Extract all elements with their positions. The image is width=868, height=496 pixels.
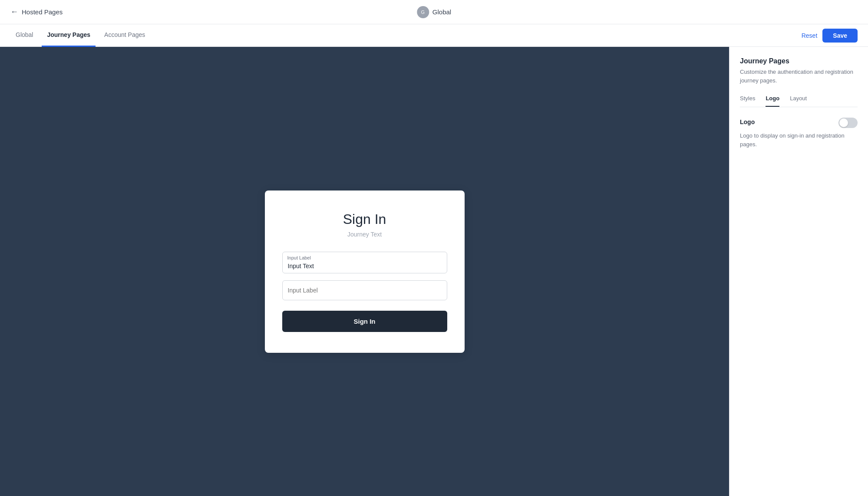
input1-label: Input Label [287,255,311,260]
logo-section-title: Logo [740,118,755,125]
input-group-1: Input Label [282,252,447,273]
tab-journey-pages[interactable]: Journey Pages [42,24,96,47]
top-bar-center: G Global [417,6,451,18]
back-button[interactable]: ← Hosted Pages [10,7,63,16]
panel-tab-logo[interactable]: Logo [766,95,779,107]
reset-button[interactable]: Reset [802,32,818,39]
panel-tab-layout[interactable]: Layout [790,95,807,107]
preview-area: Sign In Journey Text Input Label Sign In [0,47,729,496]
signin-card: Sign In Journey Text Input Label Sign In [265,191,465,353]
right-panel: Journey Pages Customize the authenticati… [729,47,868,496]
signin-submit-button[interactable]: Sign In [282,311,447,332]
logo-toggle[interactable] [838,118,858,128]
panel-tab-styles[interactable]: Styles [740,95,755,107]
tabs-actions: Reset Save [802,29,858,43]
panel-description: Customize the authentication and registr… [740,68,858,85]
main-layout: Sign In Journey Text Input Label Sign In… [0,47,868,496]
back-label: Hosted Pages [22,8,63,16]
signin-subtitle: Journey Text [282,231,447,238]
avatar: G [417,6,429,18]
global-label: Global [432,8,451,16]
input-group-2 [282,280,447,300]
back-arrow-icon: ← [10,7,18,16]
tab-global[interactable]: Global [10,24,38,47]
tabs-bar: Global Journey Pages Account Pages Reset… [0,24,868,47]
panel-title: Journey Pages [740,57,858,65]
input2-field[interactable] [282,280,447,300]
logo-section-desc: Logo to display on sign-in and registrat… [740,131,858,148]
save-button[interactable]: Save [822,29,858,43]
signin-title: Sign In [282,211,447,227]
tab-account-pages[interactable]: Account Pages [99,24,150,47]
top-bar: ← Hosted Pages G Global [0,0,868,24]
panel-tabs: Styles Logo Layout [740,95,858,107]
logo-toggle-row: Logo [740,118,858,128]
